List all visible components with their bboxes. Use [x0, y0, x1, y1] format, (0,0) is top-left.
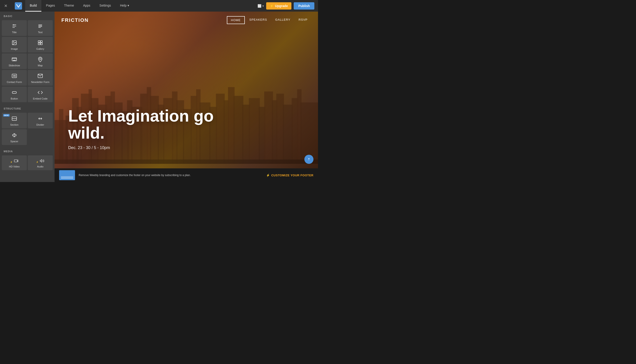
sidebar-item-button[interactable]: Button — [2, 86, 27, 102]
nav-item-settings[interactable]: Settings — [95, 0, 116, 12]
audio-icon: ⚡ — [36, 158, 44, 164]
button-icon — [12, 90, 17, 96]
website-preview: FRICTION HOME SPEAKERS GALLERY RSVP Let … — [55, 12, 318, 182]
svg-rect-25 — [13, 134, 16, 136]
hd-video-icon: ⚡ — [10, 158, 19, 164]
svg-rect-17 — [12, 74, 17, 78]
new-section-badge: NEW — [3, 114, 10, 116]
device-selector[interactable]: ⬜ ▾ — [258, 4, 264, 8]
hero-subtext: Dec. 23 - 30 / 5 - 10pm — [68, 146, 227, 150]
canvas: FRICTION HOME SPEAKERS GALLERY RSVP Let … — [55, 12, 318, 182]
spacer-icon — [12, 132, 17, 138]
svg-rect-68 — [276, 94, 284, 164]
map-icon — [38, 56, 43, 63]
sidebar-structure-grid: NEW Section Divider — [0, 112, 55, 147]
logo — [12, 0, 25, 12]
text-icon — [38, 24, 43, 30]
sidebar-item-slideshow[interactable]: Slideshow — [2, 54, 27, 69]
nav-item-help[interactable]: Help ▾ — [116, 0, 134, 12]
close-button[interactable]: ✕ — [0, 0, 12, 12]
image-icon — [12, 40, 17, 46]
svg-point-16 — [39, 58, 41, 60]
nav-item-build[interactable]: Build — [25, 0, 41, 12]
svg-rect-63 — [242, 104, 250, 164]
svg-rect-69 — [283, 104, 293, 164]
title-icon — [12, 24, 17, 30]
svg-rect-66 — [264, 91, 273, 164]
divider-icon — [38, 116, 43, 122]
svg-rect-9 — [38, 43, 40, 45]
sidebar-item-newsletter[interactable]: Newsletter Form — [28, 70, 53, 86]
nav-item-pages[interactable]: Pages — [41, 0, 60, 12]
sidebar-item-title-label: Title — [12, 31, 17, 34]
sidebar-item-section-label: Section — [10, 124, 19, 126]
svg-rect-33 — [59, 109, 63, 164]
sidebar-item-button-label: Button — [11, 97, 18, 100]
footer-bar: Remove Weebly branding and customize the… — [55, 168, 318, 182]
svg-rect-10 — [41, 43, 42, 45]
svg-point-13 — [14, 60, 15, 61]
site-nav-rsvp[interactable]: RSVP — [295, 16, 311, 24]
nav-items: Build Pages Theme Apps Settings Help ▾ — [25, 0, 258, 12]
sidebar-item-image[interactable]: Image — [2, 37, 27, 52]
hero-content: Let Imagination go wild. Dec. 23 - 30 / … — [68, 108, 227, 150]
site-nav-home[interactable]: HOME — [227, 16, 245, 24]
sidebar-item-contact-form[interactable]: Contact Form — [2, 70, 27, 86]
nav-item-theme[interactable]: Theme — [60, 0, 79, 12]
footer-message: Remove Weebly branding and customize the… — [79, 173, 263, 177]
sidebar-item-embed[interactable]: Embed Code — [28, 86, 53, 102]
upgrade-button[interactable]: ⚡ Upgrade — [266, 2, 292, 10]
svg-rect-62 — [233, 96, 243, 164]
sidebar-item-text[interactable]: Text — [28, 20, 53, 36]
sidebar-item-spacer-label: Spacer — [11, 140, 19, 143]
top-nav: ✕ Build Pages Theme Apps Settings Help ▾… — [0, 0, 318, 12]
sidebar-item-gallery[interactable]: Gallery — [28, 37, 53, 52]
embed-icon — [38, 90, 43, 96]
site-nav-links: HOME SPEAKERS GALLERY RSVP — [227, 16, 311, 24]
sidebar-item-spacer[interactable]: Spacer — [2, 129, 27, 145]
customize-footer-button[interactable]: ⚡ CUSTOMIZE YOUR FOOTER — [266, 174, 313, 177]
sidebar-item-audio-label: Audio — [37, 165, 44, 168]
sidebar-item-text-label: Text — [38, 31, 43, 34]
nav-item-apps[interactable]: Apps — [79, 0, 95, 12]
svg-rect-30 — [14, 160, 17, 162]
lightning-icon: ⚡ — [266, 174, 270, 177]
slideshow-icon — [12, 56, 17, 63]
site-nav-speakers[interactable]: SPEAKERS — [246, 16, 271, 24]
upgrade-lightning-icon: ⚡ — [270, 4, 274, 8]
sidebar-item-slideshow-label: Slideshow — [9, 64, 20, 67]
publish-button[interactable]: Publish — [294, 2, 314, 10]
footer-thumbnail — [59, 170, 75, 180]
svg-rect-8 — [41, 41, 42, 42]
nav-right: ⬜ ▾ ⚡ Upgrade Publish — [258, 2, 318, 10]
sidebar-item-gallery-label: Gallery — [36, 48, 44, 50]
site-nav-gallery[interactable]: GALLERY — [272, 16, 294, 24]
sidebar-item-divider-label: Divider — [36, 124, 44, 126]
sidebar-item-title[interactable]: Title — [2, 20, 27, 36]
sidebar-item-map-label: Map — [38, 64, 43, 67]
gallery-icon — [38, 40, 43, 46]
sidebar-item-embed-label: Embed Code — [33, 97, 48, 100]
svg-rect-7 — [38, 41, 40, 42]
sidebar-item-image-label: Image — [11, 48, 18, 50]
main-layout: BASIC Title — [0, 12, 318, 182]
svg-rect-73 — [55, 160, 318, 164]
sidebar-item-map[interactable]: Map — [28, 54, 53, 69]
help-icon-button[interactable] — [304, 155, 313, 164]
sidebar-item-contact-form-label: Contact Form — [7, 81, 22, 84]
contact-form-icon — [12, 73, 17, 79]
svg-point-6 — [13, 42, 14, 42]
svg-marker-31 — [40, 160, 42, 162]
sidebar-item-divider[interactable]: Divider — [28, 113, 53, 128]
hero-headline: Let Imagination go wild. — [68, 108, 227, 142]
sidebar-item-hd-video-label: HD Video — [9, 165, 20, 168]
sidebar-section-structure-label: STRUCTURE — [0, 104, 55, 112]
sidebar-item-section[interactable]: NEW Section — [2, 113, 27, 128]
sidebar-item-hd-video[interactable]: ⚡ HD Video — [2, 156, 27, 170]
sidebar-item-audio[interactable]: ⚡ Audio — [28, 156, 53, 170]
sidebar-section-basic-label: BASIC — [0, 12, 55, 19]
svg-rect-64 — [249, 98, 260, 164]
sidebar-media-grid: ⚡ HD Video ⚡ Audio — [0, 154, 55, 172]
svg-point-15 — [15, 60, 16, 61]
svg-rect-21 — [12, 92, 16, 94]
